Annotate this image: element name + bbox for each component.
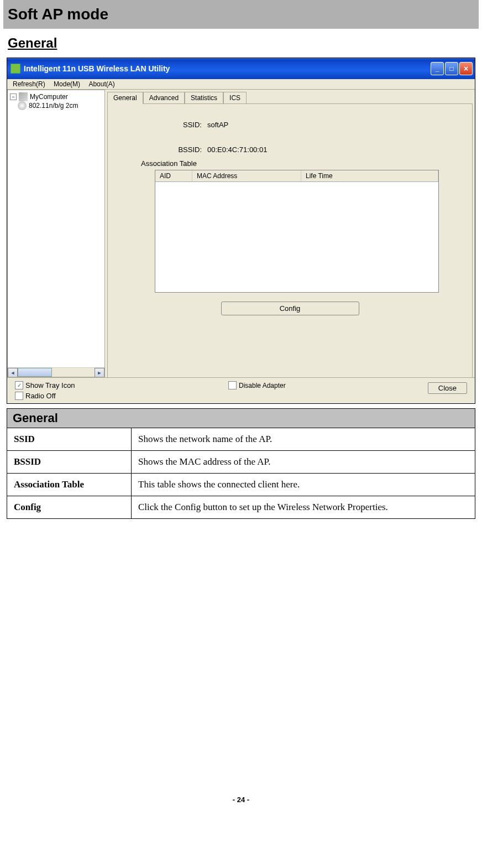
tab-ics[interactable]: ICS bbox=[223, 92, 247, 104]
row-val: Click the Config button to set up the Wi… bbox=[132, 496, 475, 519]
radio-off-label: Radio Off bbox=[25, 392, 56, 400]
bssid-value: 00:E0:4C:71:00:01 bbox=[207, 145, 461, 154]
show-tray-checkbox[interactable]: ✓ bbox=[15, 381, 23, 389]
page-number: - 24 - bbox=[3, 796, 479, 809]
bottom-bar: ✓ Show Tray Icon Radio Off Disable Adapt… bbox=[7, 377, 475, 403]
col-mac[interactable]: MAC Address bbox=[192, 170, 301, 181]
right-pane: General Advanced Statistics ICS SSID: so… bbox=[105, 90, 475, 377]
tab-strip: General Advanced Statistics ICS bbox=[107, 92, 473, 104]
chapter-title: Soft AP mode bbox=[3, 0, 479, 29]
tab-statistics[interactable]: Statistics bbox=[185, 92, 223, 104]
config-button[interactable]: Config bbox=[221, 302, 359, 315]
association-table: AID MAC Address Life Time bbox=[155, 170, 439, 293]
row-val: Shows the MAC address of the AP. bbox=[132, 451, 475, 474]
menubar: Refresh(R) Mode(M) About(A) bbox=[7, 79, 475, 90]
show-tray-label: Show Tray Icon bbox=[25, 381, 75, 389]
scroll-left-icon[interactable]: ◄ bbox=[8, 368, 18, 377]
menu-about[interactable]: About(A) bbox=[85, 79, 118, 89]
info-table: General SSID Shows the network name of t… bbox=[7, 408, 475, 519]
ssid-value: softAP bbox=[207, 121, 461, 129]
row-val: Shows the network name of the AP. bbox=[132, 428, 475, 451]
tree-collapse-icon[interactable]: − bbox=[10, 93, 17, 100]
tab-content: SSID: softAP BSSID: 00:E0:4C:71:00:01 As… bbox=[107, 103, 473, 381]
tab-general[interactable]: General bbox=[107, 92, 143, 104]
tree-pane: − MyComputer 802.11n/b/g 2cm ◄ bbox=[7, 90, 105, 377]
col-aid[interactable]: AID bbox=[155, 170, 192, 181]
menu-refresh[interactable]: Refresh(R) bbox=[9, 79, 49, 89]
tree-root-label: MyComputer bbox=[30, 93, 68, 101]
close-window-button[interactable]: × bbox=[459, 62, 473, 75]
disable-adapter-label: Disable Adapter bbox=[239, 382, 286, 389]
radio-off-checkbox[interactable] bbox=[15, 392, 23, 400]
app-window: Intelligent 11n USB Wireless LAN Utility… bbox=[7, 58, 475, 403]
tree-child-item[interactable]: 802.11n/b/g 2cm bbox=[10, 101, 102, 110]
row-key: Association Table bbox=[7, 474, 132, 496]
menu-mode[interactable]: Mode(M) bbox=[50, 79, 83, 89]
col-life[interactable]: Life Time bbox=[301, 170, 438, 181]
window-title: Intelligent 11n USB Wireless LAN Utility bbox=[24, 64, 170, 73]
ssid-label: SSID: bbox=[119, 121, 207, 129]
close-button[interactable]: Close bbox=[428, 382, 467, 394]
row-val: This table shows the connected client he… bbox=[132, 474, 475, 496]
table-row: Config Click the Config button to set up… bbox=[7, 496, 475, 519]
tree-child-label: 802.11n/b/g 2cm bbox=[29, 102, 78, 110]
row-key: SSID bbox=[7, 428, 132, 451]
tree-root-item[interactable]: − MyComputer bbox=[10, 92, 102, 101]
table-row: SSID Shows the network name of the AP. bbox=[7, 428, 475, 451]
titlebar: Intelligent 11n USB Wireless LAN Utility… bbox=[7, 58, 475, 79]
horizontal-scrollbar[interactable]: ◄ ► bbox=[8, 367, 104, 377]
row-key: Config bbox=[7, 496, 132, 519]
table-row: BSSID Shows the MAC address of the AP. bbox=[7, 451, 475, 474]
table-row: Association Table This table shows the c… bbox=[7, 474, 475, 496]
bssid-label: BSSID: bbox=[119, 145, 207, 154]
scroll-right-icon[interactable]: ► bbox=[95, 368, 104, 377]
scroll-thumb[interactable] bbox=[18, 368, 52, 377]
minimize-button[interactable]: _ bbox=[431, 62, 444, 75]
association-table-label: Association Table bbox=[141, 159, 461, 168]
section-title: General bbox=[3, 29, 479, 55]
tab-advanced[interactable]: Advanced bbox=[143, 92, 185, 104]
row-key: BSSID bbox=[7, 451, 132, 474]
info-table-header: General bbox=[7, 409, 475, 428]
computer-icon bbox=[19, 92, 28, 101]
screenshot-container: Intelligent 11n USB Wireless LAN Utility… bbox=[7, 58, 475, 404]
disable-adapter-checkbox[interactable] bbox=[228, 381, 237, 389]
wlan-icon bbox=[18, 101, 27, 110]
app-icon bbox=[11, 64, 20, 74]
maximize-button[interactable]: □ bbox=[445, 62, 458, 75]
